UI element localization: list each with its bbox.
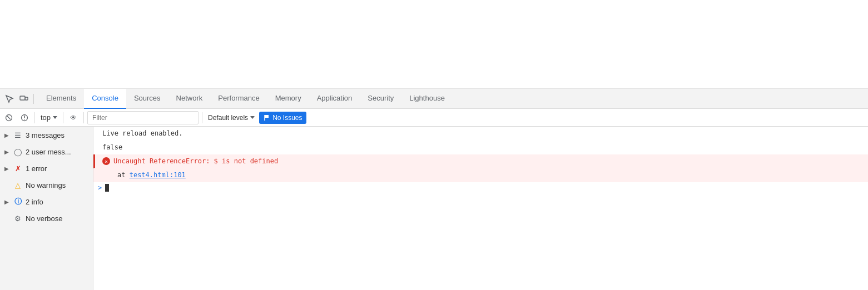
levels-dropdown-icon bbox=[250, 116, 255, 119]
svg-rect-0 bbox=[20, 96, 25, 100]
sidebar-item-all-messages[interactable]: ▶ ☰ 3 messages bbox=[0, 127, 93, 143]
devtools-tab-bar: Elements Console Sources Network Perform… bbox=[0, 89, 868, 109]
console-text-error: Uncaught ReferenceError: $ is not define… bbox=[113, 156, 864, 166]
toolbar-divider-4 bbox=[202, 112, 202, 123]
pause-icon[interactable] bbox=[18, 111, 31, 124]
svg-rect-7 bbox=[265, 115, 269, 118]
console-sidebar: ▶ ☰ 3 messages ▶ ◯ 2 user mess... ▶ ✗ 1 … bbox=[0, 127, 93, 290]
tab-security[interactable]: Security bbox=[360, 89, 401, 109]
svg-rect-1 bbox=[25, 97, 28, 100]
context-dropdown-icon bbox=[53, 116, 57, 119]
toolbar-divider-2 bbox=[63, 112, 63, 123]
list-icon: ☰ bbox=[13, 131, 22, 139]
sidebar-item-info[interactable]: ▶ ⓘ 2 info bbox=[0, 193, 93, 210]
devtools-toolbar-icons bbox=[4, 94, 34, 104]
sidebar-item-errors[interactable]: ▶ ✗ 1 error bbox=[0, 160, 93, 177]
prompt-cursor bbox=[105, 184, 109, 192]
log-levels-selector[interactable]: Default levels bbox=[206, 111, 257, 124]
svg-line-3 bbox=[7, 116, 11, 119]
error-icon: ✕ bbox=[102, 157, 110, 165]
tab-elements[interactable]: Elements bbox=[38, 89, 84, 109]
info-circle-icon: ⓘ bbox=[13, 197, 22, 206]
eye-icon[interactable]: 👁 bbox=[67, 111, 80, 124]
device-toggle-icon[interactable] bbox=[19, 94, 29, 104]
console-prompt-line[interactable]: > bbox=[93, 182, 868, 193]
tab-application[interactable]: Application bbox=[309, 89, 360, 109]
console-toolbar: top 👁 Default levels No Issues bbox=[0, 109, 868, 127]
no-issues-badge[interactable]: No Issues bbox=[259, 112, 306, 124]
browser-top-area bbox=[0, 0, 868, 89]
console-text-false: false bbox=[102, 142, 864, 152]
console-text-live-reload: Live reload enabled. bbox=[102, 128, 864, 138]
context-selector[interactable]: top bbox=[38, 111, 59, 124]
user-icon: ◯ bbox=[13, 147, 22, 156]
console-line-live-reload: Live reload enabled. bbox=[93, 127, 868, 141]
console-main: ▶ ☰ 3 messages ▶ ◯ 2 user mess... ▶ ✗ 1 … bbox=[0, 127, 868, 290]
filter-input[interactable] bbox=[87, 111, 199, 124]
expand-icon: ▶ bbox=[4, 166, 10, 172]
console-line-error-location: at test4.html:101 bbox=[93, 168, 868, 182]
toolbar-divider-3 bbox=[83, 112, 84, 123]
svg-point-6 bbox=[24, 118, 25, 119]
expand-icon: ▶ bbox=[4, 199, 10, 205]
sidebar-item-user-messages[interactable]: ▶ ◯ 2 user mess... bbox=[0, 143, 93, 160]
inspect-icon[interactable] bbox=[4, 94, 14, 104]
tab-network[interactable]: Network bbox=[168, 89, 211, 109]
verbose-icon: ⚙ bbox=[13, 214, 22, 223]
devtools-panel: Elements Console Sources Network Perform… bbox=[0, 89, 868, 290]
clear-console-icon[interactable] bbox=[2, 111, 16, 124]
error-circle-icon: ✗ bbox=[13, 164, 22, 173]
console-output: Live reload enabled. false ✕ Uncaught Re… bbox=[93, 127, 868, 290]
console-line-false: false bbox=[93, 141, 868, 154]
tab-console[interactable]: Console bbox=[84, 89, 126, 109]
expand-icon: ▶ bbox=[4, 149, 10, 155]
tab-sources[interactable]: Sources bbox=[126, 89, 168, 109]
toolbar-divider-1 bbox=[34, 112, 35, 123]
expand-icon: ▶ bbox=[4, 132, 10, 138]
sidebar-item-warnings[interactable]: △ No warnings bbox=[0, 177, 93, 193]
sidebar-item-verbose[interactable]: ⚙ No verbose bbox=[0, 210, 93, 227]
error-link[interactable]: test4.html:101 bbox=[130, 171, 186, 179]
console-line-error: ✕ Uncaught ReferenceError: $ is not defi… bbox=[93, 154, 868, 168]
warning-icon: △ bbox=[13, 181, 22, 189]
flag-icon bbox=[264, 114, 270, 121]
tab-performance[interactable]: Performance bbox=[210, 89, 267, 109]
console-text-at: at test4.html:101 bbox=[117, 170, 864, 180]
tab-memory[interactable]: Memory bbox=[267, 89, 309, 109]
tab-lighthouse[interactable]: Lighthouse bbox=[401, 89, 453, 109]
prompt-arrow: > bbox=[98, 184, 102, 192]
